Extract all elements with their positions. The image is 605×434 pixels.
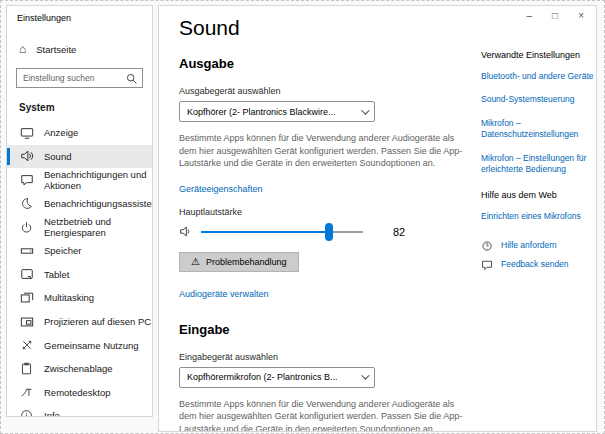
drive-icon: [19, 244, 34, 258]
input-device-value: Kopfhörermikrofon (2- Plantronics B...: [187, 372, 338, 382]
sidebar-item-label: Speicher: [44, 245, 82, 256]
speaker-icon: [179, 225, 192, 238]
volume-slider-thumb[interactable]: [325, 223, 333, 241]
monitor-icon: [19, 126, 34, 140]
sidebar-item-label: Sound: [44, 151, 71, 162]
help-setup-microphone-link[interactable]: Einrichten eines Mikrofons: [481, 211, 597, 222]
input-section-title: Eingabe: [179, 322, 471, 337]
sidebar-item-remotedesktop[interactable]: Remotedesktop: [7, 381, 152, 405]
sidebar-item-label: Anzeige: [44, 127, 78, 138]
feedback-icon: [481, 259, 493, 271]
nav-section-header: System: [7, 88, 152, 119]
sidebar-item-speicher[interactable]: Speicher: [7, 239, 152, 263]
moon-icon: [19, 197, 34, 210]
help-from-web-title: Hilfe aus dem Web: [481, 190, 597, 200]
sidebar-item-sound[interactable]: Sound: [7, 145, 152, 169]
sidebar-item-benachrichtigungsassistent[interactable]: Benachrichtigungsassistent: [7, 192, 152, 216]
sidebar-item-label: Tablet: [44, 269, 69, 280]
home-icon: ⌂: [19, 43, 26, 55]
sidebar-item-label: Zwischenablage: [44, 363, 113, 374]
feedback-row: Feedback senden: [481, 259, 597, 271]
sound-settings-panel: – □ × Sound Ausgabe Ausgabegerät auswähl…: [158, 5, 597, 432]
get-help-icon: [481, 240, 493, 252]
window-controls: – □ ×: [527, 11, 584, 21]
volume-slider-fill: [201, 231, 329, 233]
tablet-icon: [19, 267, 34, 281]
minimize-button[interactable]: –: [527, 11, 533, 21]
output-description: Bestimmte Apps können für die Verwendung…: [179, 132, 471, 170]
sidebar-item-info[interactable]: Info: [7, 404, 152, 417]
output-section-title: Ausgabe: [179, 56, 471, 71]
related-link-bluetooth[interactable]: Bluetooth- und andere Geräte: [481, 71, 597, 82]
volume-slider[interactable]: [201, 231, 363, 233]
troubleshoot-label: Problembehandlung: [206, 257, 287, 267]
chat-icon: [19, 173, 34, 187]
sidebar-item-netzbetrieb[interactable]: Netzbetrieb und Energiesparen: [7, 215, 152, 239]
search-input[interactable]: [17, 69, 142, 87]
sidebar-item-label: Netzbetrieb und Energiesparen: [44, 216, 152, 238]
sidebar-item-label: Gemeinsame Nutzung: [44, 340, 139, 351]
sidebar-item-label: Benachrichtigungsassistent: [44, 198, 153, 209]
screenshot-canvas: Einstellungen ⌂ Startseite System Anzeig…: [0, 0, 605, 434]
output-manage-devices-link[interactable]: Audiogeräte verwalten: [179, 289, 269, 299]
sidebar-item-home[interactable]: ⌂ Startseite: [7, 39, 152, 59]
related-link-mic-privacy[interactable]: Mikrofon – Datenschutzeinstellungen: [481, 118, 597, 141]
input-device-label: Eingabegerät auswählen: [179, 352, 471, 362]
related-settings-title: Verwandte Einstellungen: [481, 50, 597, 60]
search-icon: [125, 72, 138, 85]
settings-search-box[interactable]: [16, 68, 143, 88]
speaker-icon: [19, 149, 34, 163]
sidebar-item-zwischenablage[interactable]: Zwischenablage: [7, 357, 152, 381]
info-icon: [19, 409, 34, 417]
share-icon: [19, 339, 34, 351]
input-device-dropdown[interactable]: Kopfhörermikrofon (2- Plantronics B...: [179, 367, 375, 388]
chevron-down-icon: [361, 106, 369, 114]
power-icon: [19, 221, 34, 234]
multitask-icon: [19, 291, 34, 305]
window-title: Einstellungen: [7, 6, 152, 23]
sound-main-column: Sound Ausgabe Ausgabegerät auswählen Kop…: [179, 16, 471, 432]
input-description: Bestimmte Apps können für die Verwendung…: [179, 398, 471, 432]
get-help-row: Hilfe anfordern: [481, 240, 597, 252]
home-label: Startseite: [36, 44, 76, 55]
master-volume-label: Hauptlautstärke: [179, 207, 471, 217]
related-settings-column: Verwandte Einstellungen Bluetooth- und a…: [481, 50, 597, 278]
send-feedback-link[interactable]: Feedback senden: [501, 259, 569, 270]
project-icon: [19, 315, 34, 329]
sidebar-item-label: Benachrichtigungen und Aktionen: [44, 169, 152, 191]
warning-icon: ⚠: [191, 257, 200, 267]
volume-slider-row: 82: [179, 222, 471, 242]
volume-value: 82: [393, 226, 405, 238]
sidebar-item-multitasking[interactable]: Multitasking: [7, 286, 152, 310]
sidebar-item-label: Info: [44, 410, 60, 417]
output-device-label: Ausgabegerät auswählen: [179, 86, 471, 96]
close-button[interactable]: ×: [578, 11, 584, 21]
sidebar-item-label: Multitasking: [44, 292, 94, 303]
settings-nav-panel: Einstellungen ⌂ Startseite System Anzeig…: [6, 5, 153, 417]
sidebar-item-tablet[interactable]: Tablet: [7, 263, 152, 287]
get-help-link[interactable]: Hilfe anfordern: [501, 240, 557, 251]
page-title: Sound: [179, 16, 471, 40]
output-device-properties-link[interactable]: Geräteeigenschaften: [179, 184, 263, 194]
sidebar-item-projizieren[interactable]: Projizieren auf diesen PC: [7, 310, 152, 334]
remote-icon: [19, 386, 34, 399]
sidebar-item-benachrichtigungen[interactable]: Benachrichtigungen und Aktionen: [7, 168, 152, 192]
nav-list: Anzeige Sound Benachrichtigungen und Akt…: [7, 121, 152, 417]
maximize-button[interactable]: □: [552, 11, 558, 21]
sidebar-item-label: Projizieren auf diesen PC: [44, 316, 151, 327]
clipboard-icon: [19, 362, 34, 375]
related-link-sound-control-panel[interactable]: Sound-Systemsteuerung: [481, 94, 597, 105]
related-link-mic-ease-of-access[interactable]: Mikrofon – Einstellungen für erleichtert…: [481, 153, 597, 176]
chevron-down-icon: [361, 372, 369, 380]
output-troubleshoot-button[interactable]: ⚠ Problembehandlung: [179, 252, 299, 272]
sidebar-item-anzeige[interactable]: Anzeige: [7, 121, 152, 145]
output-device-dropdown[interactable]: Kopfhörer (2- Plantronics Blackwire...: [179, 101, 375, 122]
sidebar-item-gemeinsame-nutzung[interactable]: Gemeinsame Nutzung: [7, 333, 152, 357]
output-device-value: Kopfhörer (2- Plantronics Blackwire...: [187, 107, 336, 117]
sidebar-item-label: Remotedesktop: [44, 387, 111, 398]
